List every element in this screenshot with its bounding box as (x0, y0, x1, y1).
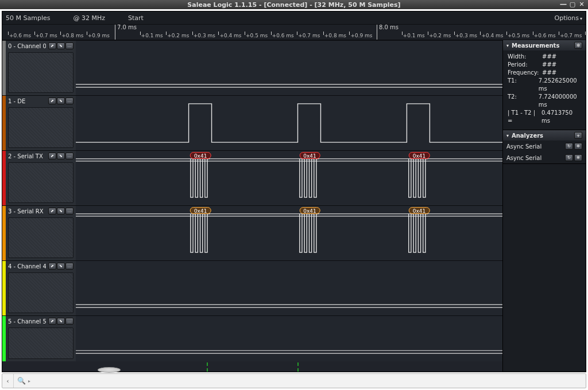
channel-drop-area[interactable] (8, 272, 74, 313)
gear-icon[interactable]: ✻ (574, 143, 582, 150)
channel-label: 5 - Channel 5 (8, 318, 46, 325)
search-icon: 🔍 (17, 377, 26, 385)
channel-menu-icon[interactable]: … (65, 42, 74, 49)
ruler-minor: +0.6 ms (9, 33, 31, 38)
window-titlebar: Saleae Logic 1.1.15 - [Connected] - [32 … (0, 0, 588, 9)
channel-label: 4 - Channel 4 (8, 263, 46, 270)
minimize-icon[interactable]: ― (559, 1, 567, 7)
ruler-minor: +0.3 ms (194, 33, 215, 38)
channel-drop-area[interactable] (8, 107, 74, 148)
channel-drop-area[interactable] (8, 162, 74, 203)
trig-falling-icon[interactable]: ⬊ (57, 263, 65, 270)
trig-rising-icon[interactable]: ⬈ (48, 98, 56, 104)
ruler-minor: +0.1 ms (403, 33, 425, 38)
channel-header[interactable]: 5 - Channel 5⬈⬊… (2, 316, 76, 361)
ruler-minor: +0.6 ms (534, 33, 556, 38)
channel-color (2, 151, 6, 205)
app-inner: 50 M Samples @ 32 MHz Start Options +0.6… (2, 11, 586, 372)
time-ruler[interactable]: +0.6 ms+0.7 ms+0.8 ms+0.9 ms7.0 ms+0.1 m… (2, 24, 586, 40)
trig-falling-icon[interactable]: ⬊ (57, 208, 65, 214)
channel-menu-icon[interactable]: … (65, 263, 74, 270)
decoded-byte[interactable]: 0x41 (299, 152, 320, 159)
channel-menu-icon[interactable]: … (65, 318, 74, 325)
decoded-byte[interactable]: 0x41 (299, 207, 320, 214)
trig-rising-icon[interactable]: ⬈ (48, 318, 56, 325)
channel-header[interactable]: 1 - DE⬈⬊… (2, 96, 76, 150)
trig-rising-icon[interactable]: ⬈ (48, 263, 56, 270)
decoded-byte[interactable]: 0x41 (190, 207, 211, 214)
waveform-area[interactable] (76, 96, 502, 150)
scrollbar-thumb[interactable] (98, 367, 121, 373)
channel-header[interactable]: 2 - Serial TX⬈⬊… (2, 151, 76, 205)
channel-row: 4 - Channel 4⬈⬊… (2, 260, 502, 315)
gear-icon[interactable]: ✻ (574, 154, 582, 161)
ruler-minor: +0.7 ms (298, 33, 320, 38)
channel-menu-icon[interactable]: … (65, 153, 74, 159)
search-input[interactable]: 🔍 ▸ (14, 374, 586, 388)
channel-header[interactable]: 0 - Channel 0⬈⬊… (2, 41, 76, 95)
measurement-value: ### (542, 53, 556, 61)
waveform-area[interactable] (76, 316, 502, 361)
measurement-key: T1: (508, 77, 539, 93)
channel-menu-icon[interactable]: … (65, 208, 74, 214)
channel-menu-icon[interactable]: … (65, 98, 74, 104)
close-icon[interactable]: ✕ (578, 1, 586, 7)
decoded-byte[interactable]: 0x41 (409, 207, 430, 214)
waveform-column[interactable]: 0 - Channel 0⬈⬊…1 - DE⬈⬊…2 - Serial TX⬈⬊… (2, 40, 502, 372)
analyzer-item[interactable]: Async Serial↻✻ (503, 141, 586, 152)
channel-color (2, 41, 6, 95)
channel-drop-area[interactable] (8, 327, 74, 359)
ruler-minor: +0.9 ms (88, 33, 110, 38)
measurement-row: Period:### (508, 61, 582, 69)
trig-rising-icon[interactable]: ⬈ (48, 208, 56, 214)
workspace: 0 - Channel 0⬈⬊…1 - DE⬈⬊…2 - Serial TX⬈⬊… (2, 40, 586, 372)
options-menu[interactable]: Options (555, 14, 582, 22)
decoded-byte[interactable]: 0x41 (190, 152, 211, 159)
measurement-key: T2: (508, 93, 539, 109)
trig-falling-icon[interactable]: ⬊ (57, 42, 65, 49)
analyzer-name: Async Serial (506, 155, 541, 161)
ruler-minor: +0.2 ms (167, 33, 189, 38)
measurements-body: Width:###Period:###Frequency:###T1:7.252… (503, 50, 586, 130)
measurements-header[interactable]: ▾ Measurements ✻ (503, 40, 586, 50)
ruler-minor: +0.8 ms (61, 33, 83, 38)
trig-rising-icon[interactable]: ⬈ (48, 42, 56, 49)
ruler-minor: +0.1 ms (141, 33, 163, 38)
channel-label: 2 - Serial TX (8, 153, 46, 159)
analyzer-reload-icon[interactable]: ↻ (565, 143, 573, 150)
add-analyzer-icon[interactable]: ＋ (574, 132, 582, 139)
collapse-icon: ▾ (506, 133, 509, 138)
measurement-row: Width:### (508, 53, 582, 61)
decoded-byte[interactable]: 0x41 (409, 152, 430, 159)
chevron-down-icon: ▸ (28, 379, 30, 384)
trig-falling-icon[interactable]: ⬊ (57, 318, 65, 325)
waveform-area[interactable]: 0x410x410x41 (76, 151, 502, 205)
sample-count[interactable]: 50 M Samples (6, 14, 50, 22)
trig-falling-icon[interactable]: ⬊ (57, 153, 65, 159)
measurement-key: | T1 - T2 | = (508, 109, 541, 125)
measurement-value: 7.252625000 ms (539, 77, 582, 93)
start-button[interactable]: Start (128, 14, 144, 22)
waveform-area[interactable] (76, 41, 502, 95)
trig-rising-icon[interactable]: ⬈ (48, 153, 56, 159)
maximize-icon[interactable]: ▢ (568, 1, 577, 7)
channel-header[interactable]: 3 - Serial RX⬈⬊… (2, 206, 76, 260)
measurements-panel: ▾ Measurements ✻ Width:###Period:###Freq… (503, 40, 586, 130)
channel-drop-area[interactable] (8, 217, 74, 258)
analyzers-header[interactable]: ▾ Analyzers ＋ (503, 130, 586, 141)
measurements-title: Measurements (512, 42, 559, 49)
sample-rate[interactable]: @ 32 MHz (73, 14, 105, 22)
ruler-minor: +0.2 ms (429, 33, 451, 38)
channel-color (2, 316, 6, 361)
analyzer-reload-icon[interactable]: ↻ (565, 154, 573, 161)
ruler-minor: +0.6 ms (272, 33, 294, 38)
channel-header[interactable]: 4 - Channel 4⬈⬊… (2, 261, 76, 315)
analyzer-item[interactable]: Async Serial↻✻ (503, 152, 586, 163)
gear-icon[interactable]: ✻ (574, 42, 582, 49)
back-icon[interactable]: ‹ (2, 374, 14, 388)
channel-row: 0 - Channel 0⬈⬊… (2, 40, 502, 95)
waveform-area[interactable]: 0x410x410x41 (76, 206, 502, 260)
channel-drop-area[interactable] (8, 52, 74, 93)
waveform-area[interactable] (76, 261, 502, 315)
trig-falling-icon[interactable]: ⬊ (57, 98, 65, 104)
